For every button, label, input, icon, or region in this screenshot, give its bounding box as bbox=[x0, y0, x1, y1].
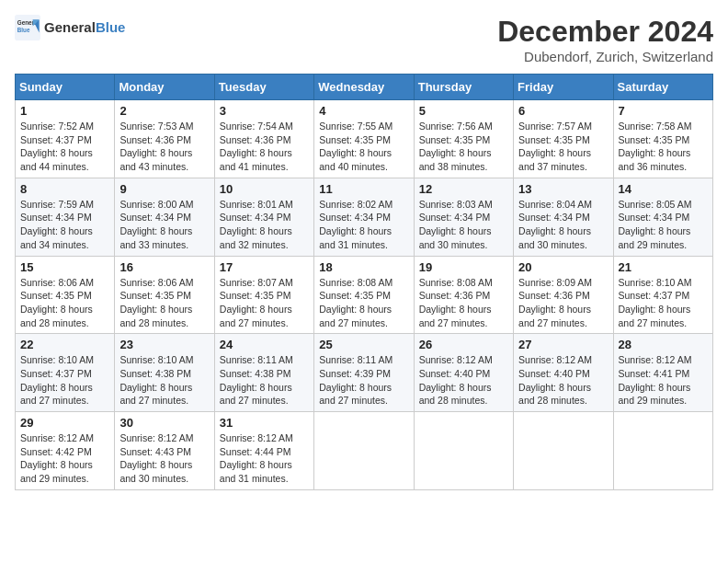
logo-text: GeneralBlue bbox=[44, 20, 125, 36]
daylight-label: Daylight: 8 hours and 27 minutes. bbox=[319, 304, 392, 328]
sunrise-label: Sunrise: 8:12 AM bbox=[619, 354, 692, 365]
month-title: December 2024 bbox=[497, 15, 713, 49]
calendar-cell: 5 Sunrise: 7:56 AM Sunset: 4:35 PM Dayli… bbox=[414, 100, 513, 178]
day-info: Sunrise: 8:10 AM Sunset: 4:38 PM Dayligh… bbox=[119, 353, 209, 408]
sunrise-label: Sunrise: 7:55 AM bbox=[319, 121, 392, 132]
logo-general: General bbox=[44, 19, 96, 35]
sunrise-label: Sunrise: 8:01 AM bbox=[220, 199, 293, 210]
day-info: Sunrise: 8:07 AM Sunset: 4:35 PM Dayligh… bbox=[220, 276, 309, 330]
sunset-label: Sunset: 4:41 PM bbox=[619, 368, 690, 379]
day-info: Sunrise: 8:12 AM Sunset: 4:42 PM Dayligh… bbox=[20, 431, 109, 486]
day-info: Sunrise: 7:56 AM Sunset: 4:35 PM Dayligh… bbox=[419, 120, 508, 174]
day-number: 1 bbox=[20, 104, 109, 118]
daylight-label: Daylight: 8 hours and 30 minutes. bbox=[518, 225, 591, 250]
calendar-cell: 25 Sunrise: 8:11 AM Sunset: 4:39 PM Dayl… bbox=[314, 334, 414, 412]
sunrise-label: Sunrise: 8:07 AM bbox=[220, 277, 293, 288]
calendar-cell: 24 Sunrise: 8:11 AM Sunset: 4:38 PM Dayl… bbox=[214, 334, 313, 412]
day-number: 15 bbox=[20, 260, 109, 274]
calendar-cell: 23 Sunrise: 8:10 AM Sunset: 4:38 PM Dayl… bbox=[115, 334, 214, 412]
day-number: 14 bbox=[619, 182, 708, 196]
header: General Blue GeneralBlue December 2024 D… bbox=[15, 15, 713, 64]
sunset-label: Sunset: 4:36 PM bbox=[419, 290, 491, 301]
sunset-label: Sunset: 4:35 PM bbox=[619, 134, 690, 145]
day-number: 21 bbox=[619, 260, 708, 274]
sunrise-label: Sunrise: 8:10 AM bbox=[619, 277, 692, 288]
daylight-label: Daylight: 8 hours and 28 minutes. bbox=[119, 304, 192, 328]
calendar-cell bbox=[314, 412, 414, 490]
col-monday: Monday bbox=[115, 75, 214, 100]
daylight-label: Daylight: 8 hours and 28 minutes. bbox=[419, 382, 492, 407]
sunset-label: Sunset: 4:34 PM bbox=[419, 212, 491, 223]
day-number: 12 bbox=[419, 182, 508, 196]
calendar-cell: 13 Sunrise: 8:04 AM Sunset: 4:34 PM Dayl… bbox=[514, 178, 613, 256]
day-number: 26 bbox=[419, 338, 508, 351]
sunset-label: Sunset: 4:36 PM bbox=[518, 290, 590, 301]
day-info: Sunrise: 7:55 AM Sunset: 4:35 PM Dayligh… bbox=[319, 120, 408, 174]
calendar-cell: 29 Sunrise: 8:12 AM Sunset: 4:42 PM Dayl… bbox=[16, 412, 115, 490]
calendar-cell: 21 Sunrise: 8:10 AM Sunset: 4:37 PM Dayl… bbox=[613, 256, 712, 334]
day-info: Sunrise: 8:06 AM Sunset: 4:35 PM Dayligh… bbox=[20, 276, 109, 330]
calendar-week-5: 29 Sunrise: 8:12 AM Sunset: 4:42 PM Dayl… bbox=[16, 412, 713, 490]
sunset-label: Sunset: 4:35 PM bbox=[419, 134, 491, 145]
location-subtitle: Dubendorf, Zurich, Switzerland bbox=[497, 49, 713, 64]
sunset-label: Sunset: 4:36 PM bbox=[220, 134, 291, 145]
day-info: Sunrise: 7:58 AM Sunset: 4:35 PM Dayligh… bbox=[619, 120, 708, 174]
calendar-cell bbox=[414, 412, 513, 490]
sunset-label: Sunset: 4:36 PM bbox=[119, 134, 191, 145]
daylight-label: Daylight: 8 hours and 40 minutes. bbox=[319, 147, 392, 172]
sunrise-label: Sunrise: 8:06 AM bbox=[119, 277, 193, 288]
calendar-week-2: 8 Sunrise: 7:59 AM Sunset: 4:34 PM Dayli… bbox=[16, 178, 713, 256]
calendar-cell: 19 Sunrise: 8:08 AM Sunset: 4:36 PM Dayl… bbox=[414, 256, 513, 334]
sunrise-label: Sunrise: 8:11 AM bbox=[319, 354, 392, 365]
daylight-label: Daylight: 8 hours and 32 minutes. bbox=[220, 225, 292, 250]
daylight-label: Daylight: 8 hours and 31 minutes. bbox=[319, 225, 392, 250]
day-info: Sunrise: 8:10 AM Sunset: 4:37 PM Dayligh… bbox=[20, 353, 109, 408]
day-info: Sunrise: 8:08 AM Sunset: 4:36 PM Dayligh… bbox=[419, 276, 508, 330]
day-info: Sunrise: 8:12 AM Sunset: 4:40 PM Dayligh… bbox=[419, 353, 508, 408]
daylight-label: Daylight: 8 hours and 43 minutes. bbox=[119, 147, 192, 172]
day-number: 30 bbox=[119, 416, 209, 430]
sunrise-label: Sunrise: 8:09 AM bbox=[518, 277, 592, 288]
daylight-label: Daylight: 8 hours and 37 minutes. bbox=[518, 147, 591, 172]
calendar-week-1: 1 Sunrise: 7:52 AM Sunset: 4:37 PM Dayli… bbox=[16, 100, 713, 178]
sunset-label: Sunset: 4:34 PM bbox=[518, 212, 590, 223]
calendar-cell: 8 Sunrise: 7:59 AM Sunset: 4:34 PM Dayli… bbox=[16, 178, 115, 256]
sunrise-label: Sunrise: 8:08 AM bbox=[419, 277, 493, 288]
sunrise-label: Sunrise: 8:11 AM bbox=[220, 354, 293, 365]
day-info: Sunrise: 8:12 AM Sunset: 4:40 PM Dayligh… bbox=[518, 353, 608, 408]
calendar-cell: 11 Sunrise: 8:02 AM Sunset: 4:34 PM Dayl… bbox=[314, 178, 414, 256]
calendar-cell: 6 Sunrise: 7:57 AM Sunset: 4:35 PM Dayli… bbox=[514, 100, 613, 178]
daylight-label: Daylight: 8 hours and 27 minutes. bbox=[419, 304, 492, 328]
sunrise-label: Sunrise: 7:54 AM bbox=[220, 121, 293, 132]
day-number: 10 bbox=[220, 182, 309, 196]
sunset-label: Sunset: 4:40 PM bbox=[518, 368, 590, 379]
sunset-label: Sunset: 4:37 PM bbox=[619, 290, 690, 301]
day-info: Sunrise: 8:12 AM Sunset: 4:44 PM Dayligh… bbox=[220, 431, 309, 486]
day-number: 31 bbox=[220, 416, 309, 430]
calendar-week-4: 22 Sunrise: 8:10 AM Sunset: 4:37 PM Dayl… bbox=[16, 334, 713, 412]
day-number: 29 bbox=[20, 416, 109, 430]
day-info: Sunrise: 7:53 AM Sunset: 4:36 PM Dayligh… bbox=[119, 120, 209, 174]
logo: General Blue GeneralBlue bbox=[15, 15, 125, 40]
sunset-label: Sunset: 4:35 PM bbox=[220, 290, 291, 301]
sunset-label: Sunset: 4:35 PM bbox=[319, 134, 391, 145]
col-sunday: Sunday bbox=[16, 75, 115, 100]
sunrise-label: Sunrise: 8:10 AM bbox=[119, 354, 193, 365]
day-info: Sunrise: 8:01 AM Sunset: 4:34 PM Dayligh… bbox=[220, 198, 309, 252]
sunset-label: Sunset: 4:39 PM bbox=[319, 368, 391, 379]
sunrise-label: Sunrise: 7:59 AM bbox=[20, 199, 94, 210]
day-number: 16 bbox=[119, 260, 209, 274]
sunrise-label: Sunrise: 8:02 AM bbox=[319, 199, 392, 210]
calendar-cell: 20 Sunrise: 8:09 AM Sunset: 4:36 PM Dayl… bbox=[514, 256, 613, 334]
day-number: 24 bbox=[220, 338, 309, 351]
sunset-label: Sunset: 4:43 PM bbox=[119, 446, 191, 457]
col-friday: Friday bbox=[514, 75, 613, 100]
calendar-cell bbox=[514, 412, 613, 490]
logo-blue: Blue bbox=[96, 19, 126, 35]
calendar-cell: 16 Sunrise: 8:06 AM Sunset: 4:35 PM Dayl… bbox=[115, 256, 214, 334]
daylight-label: Daylight: 8 hours and 44 minutes. bbox=[20, 147, 93, 172]
calendar-cell: 9 Sunrise: 8:00 AM Sunset: 4:34 PM Dayli… bbox=[115, 178, 214, 256]
day-number: 18 bbox=[319, 260, 408, 274]
sunrise-label: Sunrise: 8:10 AM bbox=[20, 354, 94, 365]
svg-text:Blue: Blue bbox=[17, 27, 30, 33]
